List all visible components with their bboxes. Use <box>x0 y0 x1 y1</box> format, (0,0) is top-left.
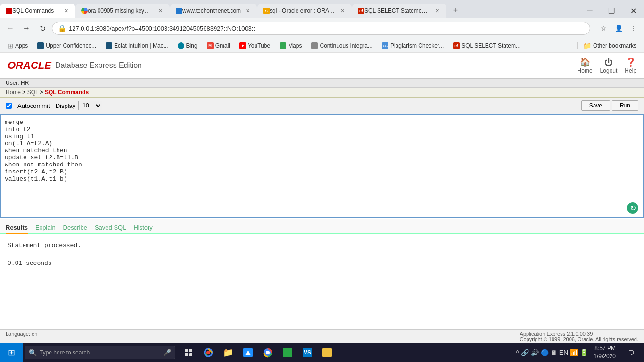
user-bar: User: HR <box>0 79 644 88</box>
save-button[interactable]: Save <box>581 100 610 111</box>
apex-home-nav[interactable]: 🏠 Home <box>578 57 593 74</box>
breadcrumb-home[interactable]: Home <box>6 89 21 96</box>
bookmark-plagiarism-label: Plagiarism Checker... <box>390 42 444 49</box>
tab-close-2[interactable]: ✕ <box>157 7 164 15</box>
tab-ora-error[interactable]: S sql - Oracle error : ORA-00905 ✕ <box>257 4 352 18</box>
taskbar-app-6[interactable] <box>278 343 297 362</box>
tray-wifi-icon[interactable]: 📶 <box>570 349 578 356</box>
taskbar-clock[interactable]: 8:57 PM 1/9/2020 <box>590 345 619 361</box>
close-button[interactable]: ✕ <box>622 4 644 18</box>
bookmark-apps-label: Apps <box>15 42 28 49</box>
taskbar-app-4[interactable] <box>239 343 257 362</box>
bookmark-favicon-sst: sst <box>382 42 388 49</box>
taskbar-chrome-2[interactable] <box>258 343 277 362</box>
sql-editor[interactable]: merge into t2 using t1 on(t1.A=t2.A) whe… <box>0 114 644 218</box>
result-message: Statement processed. <box>8 242 636 249</box>
new-tab-button[interactable]: + <box>449 4 462 17</box>
bookmark-favicon-gmail: M <box>207 42 214 49</box>
bookmark-sql-select[interactable]: e! SQL SELECT Statem... <box>449 41 524 50</box>
tab-close-1[interactable]: ✕ <box>62 7 70 15</box>
bookmark-bing[interactable]: Bing <box>174 41 201 50</box>
result-time: 0.01 seconds <box>8 260 636 267</box>
bookmark-gmail[interactable]: M Gmail <box>203 41 234 50</box>
results-tabs: Results Explain Describe Saved SQL Histo… <box>0 219 644 234</box>
reload-button[interactable]: ↻ <box>36 22 49 35</box>
tray-display-icon[interactable]: 🖥 <box>551 349 557 356</box>
bookmark-youtube[interactable]: YouTube <box>236 41 274 50</box>
tab-google[interactable]: ora 00905 missing keyword - G... ✕ <box>75 4 170 18</box>
sql-editor-wrapper: merge into t2 using t1 on(t1.A=t2.A) whe… <box>0 114 644 219</box>
forward-button[interactable]: → <box>20 22 33 35</box>
autocommit-checkbox[interactable] <box>6 103 12 109</box>
breadcrumb-sql[interactable]: SQL <box>27 89 39 96</box>
tab-results[interactable]: Results <box>6 222 28 234</box>
page-content: ORACLE Database Express Edition 🏠 Home ⏻… <box>0 53 644 344</box>
apex-logout-nav[interactable]: ⏻ Logout <box>600 58 618 74</box>
taskbar-file-explorer[interactable]: 📁 <box>219 343 238 362</box>
tab-sql-select[interactable]: e! SQL SELECT Statement | SQL S... ✕ <box>352 4 446 18</box>
tab-close-5[interactable]: ✕ <box>433 7 441 15</box>
taskbar-task-view[interactable] <box>179 343 198 362</box>
taskbar-vscode[interactable]: VS <box>298 343 317 362</box>
apex-header: ORACLE Database Express Edition 🏠 Home ⏻… <box>0 53 644 79</box>
customize-button[interactable]: 👤 <box>612 22 625 35</box>
tab-title-1: SQL Commands <box>12 8 59 14</box>
tray-battery-icon[interactable]: 🔋 <box>580 349 588 356</box>
minimize-button[interactable]: ─ <box>579 4 601 18</box>
tab-techon[interactable]: www.techonthenet.com ✕ <box>170 4 257 18</box>
apex-nav-icons: 🏠 Home ⏻ Logout ❓ Help <box>578 57 636 74</box>
tray-volume-icon[interactable]: 🔊 <box>531 349 539 356</box>
bookmark-apps[interactable]: ⊞ Apps <box>4 41 32 50</box>
bookmark-plagiarism[interactable]: sst Plagiarism Checker... <box>378 41 447 50</box>
display-select[interactable]: 10 25 50 100 <box>78 101 102 110</box>
tab-describe[interactable]: Describe <box>63 222 87 234</box>
other-bookmarks[interactable]: 📁 Other bookmarks <box>579 41 640 50</box>
bookmarks-separator: 📁 Other bookmarks <box>577 41 640 50</box>
bookmark-eclat[interactable]: Eclat Intuition | Mac... <box>102 41 172 50</box>
bookmark-upper-confidence[interactable]: Upper Confidence... <box>33 41 100 50</box>
start-button[interactable]: ⊞ <box>0 343 23 362</box>
taskbar-tray: ^ 🔗 🔊 🔵 🖥 EN 📶 🔋 8:57 PM 1/9/2020 🗨 <box>512 343 644 362</box>
notification-button[interactable]: 🗨 <box>621 343 640 362</box>
taskbar-app-8[interactable] <box>318 343 337 362</box>
svg-rect-4 <box>189 353 192 356</box>
run-button[interactable]: Run <box>612 100 638 111</box>
bookmark-star-button[interactable]: ☆ <box>597 22 610 35</box>
results-content: Statement processed. 0.01 seconds <box>0 234 644 274</box>
window-controls: ─ ❐ ✕ <box>579 4 644 18</box>
tab-bar: SQL Commands ✕ ora 00905 missing keyword… <box>0 4 577 18</box>
sql-run-icon[interactable]: ↻ <box>627 202 638 214</box>
tab-close-3[interactable]: ✕ <box>244 7 251 15</box>
bookmark-bing-label: Bing <box>186 42 198 49</box>
bookmark-favicon-sqlselect: e! <box>453 42 460 49</box>
home-label: Home <box>578 67 593 74</box>
back-button[interactable]: ← <box>4 22 17 35</box>
folder-icon: 📁 <box>223 347 233 358</box>
taskbar: ⊞ 🔍 Type here to search 🎤 📁 <box>0 343 644 362</box>
tray-up-arrow[interactable]: ^ <box>516 349 519 356</box>
tab-title-2: ora 00905 missing keyword - G... <box>88 8 154 14</box>
home-icon: 🏠 <box>580 57 590 67</box>
tab-sql-commands[interactable]: SQL Commands ✕ <box>0 4 75 18</box>
tray-bluetooth-icon[interactable]: 🔵 <box>541 349 549 356</box>
footer-copyright: Copyright © 1999, 2006, Oracle. All righ… <box>520 337 638 342</box>
menu-button[interactable]: ⋮ <box>627 22 640 35</box>
taskbar-chrome[interactable] <box>199 343 218 362</box>
tab-saved-sql[interactable]: Saved SQL <box>95 222 126 234</box>
taskbar-search-box[interactable]: 🔍 Type here to search 🎤 <box>25 346 175 359</box>
app8-icon <box>322 348 332 357</box>
address-bar[interactable]: 🔒 127.0.0.1:8080/apex/f?p=4500:1003:3491… <box>52 22 590 35</box>
bookmark-ci[interactable]: Continuous Integra... <box>307 41 376 50</box>
svg-rect-3 <box>185 353 188 356</box>
autocommit-label: Autocommit <box>17 102 50 109</box>
tab-explain[interactable]: Explain <box>35 222 56 234</box>
tab-favicon-3 <box>176 8 182 14</box>
tray-language-icon[interactable]: EN <box>559 349 568 356</box>
tray-network-icon[interactable]: 🔗 <box>521 349 529 356</box>
bookmark-maps[interactable]: Maps <box>276 41 305 50</box>
tab-close-4[interactable]: ✕ <box>339 7 346 15</box>
apex-help-nav[interactable]: ❓ Help <box>625 57 636 74</box>
tab-history[interactable]: History <box>133 222 152 234</box>
tab-title-5: SQL SELECT Statement | SQL S... <box>364 8 430 14</box>
restore-button[interactable]: ❐ <box>601 4 622 18</box>
